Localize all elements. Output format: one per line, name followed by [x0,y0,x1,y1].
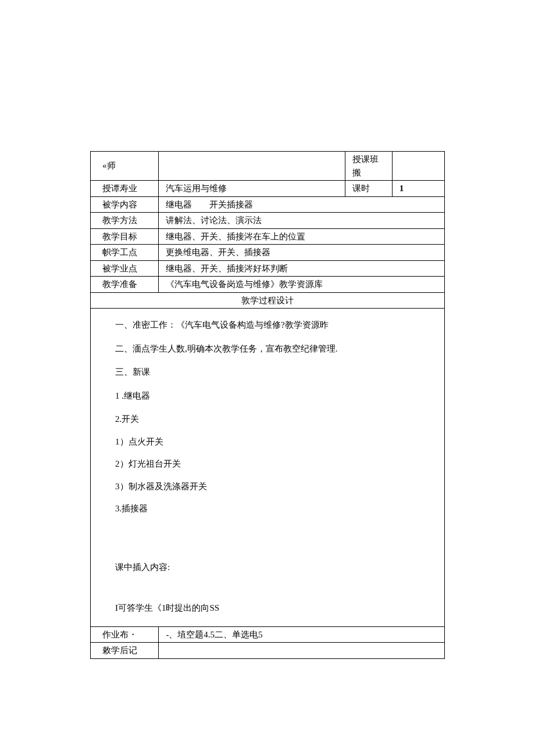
attendance-line: 二、湎点学生人数,明确本次教学任务，宣布教空纪律管理. [115,342,420,356]
process-design-title: 敦学过程设计 [91,292,445,309]
content-body: 一、准密工作：《汽车电气设备构造与维修?教学资源昨 二、湎点学生人数,明确本次教… [98,310,437,625]
teacher-value [159,152,345,181]
content-row: 一、准密工作：《汽车电气设备构造与维修?教学资源昨 二、湎点学生人数,明确本次教… [91,309,445,627]
relay-line: 1 .继电器 [115,389,420,403]
content-value: 继电器 开关插接器 [159,196,445,213]
content-label: 被学内容 [91,196,159,213]
profession-label: 授谭寿业 [91,181,159,197]
class-label: 授课班搬 [345,152,392,181]
class-value [392,152,444,181]
homework-label: 作业布・ [91,626,159,643]
hours-value: 1 [392,181,444,197]
footer-row-2: 敕学后记 [91,643,445,659]
prep-value: 《汽车电气设备岗造与维修》教学资源库 [159,277,445,293]
difficulty-value: 继电器、开关、插接涔好坏判断 [159,260,445,277]
section-title-row: 敦学过程设计 [91,292,445,309]
spacer [115,526,420,561]
lesson-plan-document: «师 授课班搬 授谭寿业 汽车运用与维修 课时 1 被学内容 继电器 开关插接器… [0,0,535,659]
postscript-value [159,643,445,659]
goal-value: 继电器、开关、插接涔在车上的位置 [159,228,445,245]
header-row-8: 教学准备 《汽车电气设备岗造与维修》教学资源库 [91,277,445,293]
new-lesson-line: 三、新课 [115,366,420,379]
teacher-label: «师 [91,152,159,181]
keypoint-label: 帜学工点 [91,245,159,261]
difficulty-label: 被学业点 [91,260,159,277]
header-row-1: «师 授课班搬 [91,152,445,181]
header-row-5: 教学目标 继电器、开关、插接涔在车上的位置 [91,228,445,245]
method-label: 教学方法 [91,213,159,229]
header-row-4: 教学方法 讲解法、讨论法、演示法 [91,213,445,229]
prep-work-line: 一、准密工作：《汽车电气设备构造与维修?教学资源昨 [115,318,420,332]
postscript-label: 敕学后记 [91,643,159,659]
light-switch-line: 2）灯光祖台开关 [115,457,420,471]
header-row-2: 授谭寿业 汽车运用与维修 课时 1 [91,181,445,197]
qa-line: I可答学生《1时提出的向SS [115,601,420,615]
content-cell: 一、准密工作：《汽车电气设备构造与维修?教学资源昨 二、湎点学生人数,明确本次教… [91,309,445,627]
wiper-switch-line: 3）制水器及洗涤器开关 [115,480,420,493]
spacer [115,584,420,601]
hours-label: 课时 [345,181,392,197]
prep-label: 教学准备 [91,277,159,293]
insert-content-line: 课中插入内容: [115,561,420,574]
connector-line: 3.插接器 [115,502,420,515]
goal-label: 教学目标 [91,228,159,245]
profession-value: 汽车运用与维修 [159,181,345,197]
keypoint-value: 更换维电器、开关、插接器 [159,245,445,261]
header-row-3: 被学内容 继电器 开关插接器 [91,196,445,213]
method-value: 讲解法、讨论法、演示法 [159,213,445,229]
header-row-7: 被学业点 继电器、开关、插接涔好坏判断 [91,260,445,277]
ignition-switch-line: 1）点火开关 [115,435,420,449]
lesson-plan-table: «师 授课班搬 授谭寿业 汽车运用与维修 课时 1 被学内容 继电器 开关插接器… [90,151,445,659]
switch-line: 2.开关 [115,413,420,426]
footer-row-1: 作业布・ -、埴空题4.5二、单选电5 [91,626,445,643]
homework-value: -、埴空题4.5二、单选电5 [159,626,445,643]
header-row-6: 帜学工点 更换维电器、开关、插接器 [91,245,445,261]
